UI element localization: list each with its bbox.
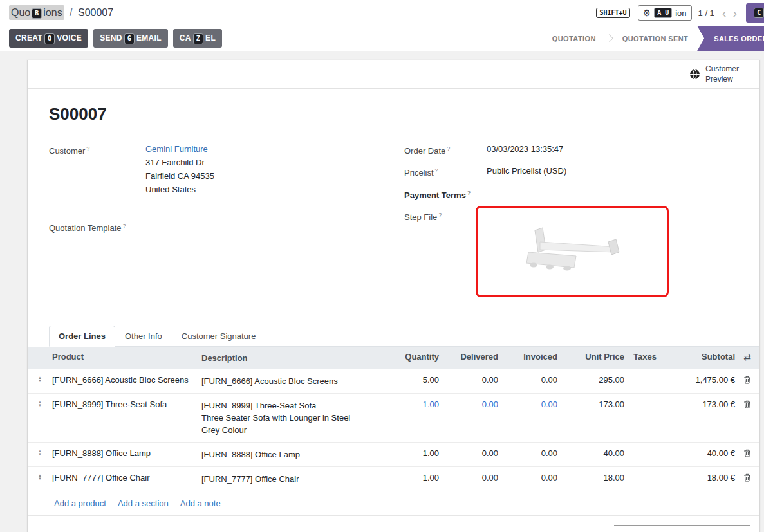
drag-handle-icon[interactable]: ▲▼ — [38, 376, 42, 383]
fields-right-column: Order Date? 03/03/2023 13:35:47 Pricelis… — [404, 142, 759, 304]
keyboard-hint-q: Q — [44, 33, 55, 44]
header-taxes[interactable]: Taxes — [624, 352, 663, 362]
cell-delivered[interactable]: 0.00 — [439, 375, 498, 385]
optional-columns-button[interactable]: ⇄ — [743, 353, 751, 362]
delete-row-button[interactable] — [743, 376, 751, 386]
step-file-image[interactable] — [476, 206, 669, 297]
header-description[interactable]: Description — [201, 352, 382, 364]
pricelist-label: Pricelist? — [404, 164, 487, 179]
keyboard-hint-z: Z — [193, 33, 203, 44]
stage-sales-order[interactable]: SALES ORDER — [697, 26, 764, 51]
cell-delivered[interactable]: 0.00 — [439, 399, 498, 409]
breadcrumb: QuoBions / S00007 — [9, 7, 113, 19]
optional-columns-icon: ⇄ — [743, 352, 751, 362]
tab-order-lines[interactable]: Order Lines — [49, 326, 115, 347]
delete-row-button[interactable] — [743, 473, 751, 484]
cell-product[interactable]: [FURN_8888] Office Lamp — [52, 448, 201, 458]
keyboard-hint-shift-u: SHIFT+U — [596, 8, 629, 19]
cell-unit-price[interactable]: 295.00 — [557, 375, 624, 385]
delete-row-button[interactable] — [743, 400, 751, 410]
cell-description[interactable]: [FURN_8888] Office Lamp — [201, 448, 382, 461]
help-marker: ? — [438, 212, 442, 218]
add-note-link[interactable]: Add a note — [180, 499, 221, 508]
cell-quantity[interactable]: 5.00 — [382, 375, 439, 385]
cell-subtotal: 1,475.00 € — [663, 375, 735, 385]
field-columns: Customer? Gemini Furniture 317 Fairchild… — [49, 142, 759, 304]
help-marker: ? — [467, 190, 471, 196]
customer-address-line1: 317 Fairchild Dr — [145, 156, 214, 169]
cell-quantity[interactable]: 1.00 — [382, 448, 439, 458]
cell-unit-price[interactable]: 173.00 — [557, 399, 624, 409]
step-file-field-row: Step File? — [404, 208, 759, 297]
add-section-link[interactable]: Add a section — [118, 499, 169, 508]
cancel-button[interactable]: CAZEL — [173, 29, 222, 47]
customer-field-row: Customer? Gemini Furniture 317 Fairchild… — [49, 142, 404, 196]
cell-invoiced[interactable]: 0.00 — [498, 448, 557, 458]
drag-handle-icon[interactable]: ▲▼ — [38, 450, 42, 456]
trash-icon — [743, 473, 751, 482]
order-date-label: Order Date? — [404, 142, 487, 158]
fields-left-column: Customer? Gemini Furniture 317 Fairchild… — [49, 142, 404, 304]
header-unit-price[interactable]: Unit Price — [557, 352, 624, 362]
help-marker: ? — [447, 145, 450, 152]
cell-invoiced[interactable]: 0.00 — [498, 399, 557, 409]
keyboard-hint-action: A U — [654, 8, 672, 19]
step-file-label: Step File? — [404, 208, 487, 297]
delete-row-button[interactable] — [743, 449, 751, 459]
order-date-value[interactable]: 03/03/2023 13:35:47 — [487, 142, 563, 158]
action-menu-button[interactable]: ⚙ A U ion — [638, 5, 692, 21]
create-invoice-button[interactable]: CREATQVOICE — [9, 29, 88, 47]
cell-delivered[interactable]: 0.00 — [439, 473, 498, 482]
pricelist-field-row: Pricelist? Public Pricelist (USD) — [404, 164, 759, 179]
cell-product[interactable]: [FURN_8999] Three-Seat Sofa — [52, 399, 201, 409]
cell-quantity[interactable]: 1.00 — [382, 399, 439, 409]
tab-customer-signature[interactable]: Customer Signature — [172, 326, 266, 347]
add-product-link[interactable]: Add a product — [54, 499, 106, 508]
cell-product[interactable]: [FURN_7777] Office Chair — [52, 473, 201, 482]
cell-unit-price[interactable]: 40.00 — [557, 448, 624, 458]
cell-unit-price[interactable]: 18.00 — [557, 473, 624, 482]
customer-preview-link[interactable]: Customer Preview — [689, 64, 745, 84]
trash-icon — [743, 400, 751, 408]
order-date-field-row: Order Date? 03/03/2023 13:35:47 — [404, 142, 759, 158]
pager-previous-button[interactable]: ‹ — [720, 6, 729, 19]
topbar-controls: SHIFT+U ⚙ A U ion 1 / 1 ‹ › C REATE — [595, 3, 764, 23]
order-sheet: Customer Preview S00007 Customer? Gemini… — [27, 60, 760, 532]
keyboard-hint-g: G — [124, 33, 135, 44]
cell-description[interactable]: [FURN_8999] Three-Seat SofaThree Seater … — [201, 399, 382, 436]
table-footer-links: Add a product Add a section Add a note — [28, 491, 759, 516]
quotation-template-label: Quotation Template? — [49, 219, 145, 235]
cell-invoiced[interactable]: 0.00 — [498, 375, 557, 385]
table-row: ▲▼ [FURN_6666] Acoustic Bloc Screens [FU… — [28, 369, 759, 394]
cell-quantity[interactable]: 1.00 — [382, 473, 439, 482]
keyboard-hint-c: C — [754, 8, 764, 19]
header-subtotal[interactable]: Subtotal — [663, 352, 735, 362]
header-invoiced[interactable]: Invoiced — [498, 352, 557, 362]
stage-quotation-sent[interactable]: QUOTATION SENT — [613, 26, 697, 51]
cell-description[interactable]: [FURN_7777] Office Chair — [201, 473, 382, 485]
pricelist-value[interactable]: Public Pricelist (USD) — [487, 164, 566, 179]
drag-handle-icon[interactable]: ▲▼ — [38, 401, 42, 407]
customer-field-value: Gemini Furniture 317 Fairchild Dr Fairfi… — [145, 142, 214, 196]
pager-next-button[interactable]: › — [731, 6, 740, 19]
terms-and-conditions-input[interactable]: Terms and conditions... — [32, 525, 143, 532]
action-menu-label: ion — [675, 8, 686, 18]
cell-delivered[interactable]: 0.00 — [439, 448, 498, 458]
header-quantity[interactable]: Quantity — [382, 352, 439, 362]
customer-name-link[interactable]: Gemini Furniture — [145, 144, 208, 154]
create-button[interactable]: C REATE — [746, 3, 764, 23]
header-product[interactable]: Product — [52, 352, 201, 362]
send-email-button[interactable]: SENDGEMAIL — [93, 29, 168, 47]
table-row: ▲▼ [FURN_8888] Office Lamp [FURN_8888] O… — [28, 443, 759, 467]
stage-quotation[interactable]: QUOTATION — [543, 26, 605, 51]
cell-invoiced[interactable]: 0.00 — [498, 473, 557, 482]
customer-preview-label: Customer Preview — [705, 64, 745, 84]
drag-handle-icon[interactable]: ▲▼ — [38, 474, 42, 481]
cell-description[interactable]: [FURN_6666] Acoustic Bloc Screens — [201, 375, 382, 387]
header-delivered[interactable]: Delivered — [439, 352, 498, 362]
chevron-right-icon — [605, 34, 613, 42]
trash-icon — [743, 376, 751, 384]
breadcrumb-quotations-link[interactable]: QuoBions — [9, 5, 64, 20]
tab-other-info[interactable]: Other Info — [115, 326, 172, 347]
cell-product[interactable]: [FURN_6666] Acoustic Bloc Screens — [52, 375, 201, 385]
